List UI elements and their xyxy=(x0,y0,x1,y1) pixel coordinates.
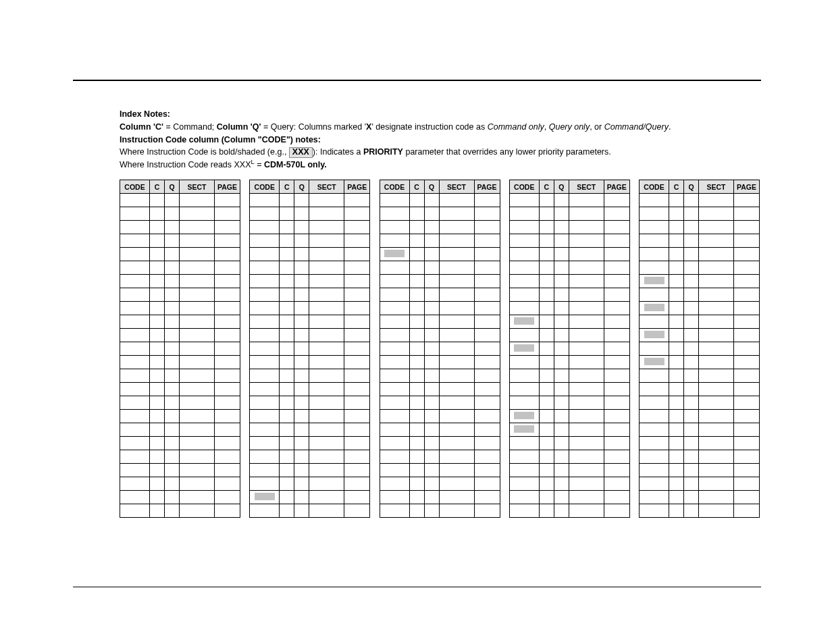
sect-cell xyxy=(439,329,474,342)
code-cell xyxy=(509,491,539,504)
code-cell xyxy=(120,423,150,437)
q-cell xyxy=(165,450,180,464)
page-cell xyxy=(215,207,240,221)
table-row xyxy=(120,329,240,342)
page-cell xyxy=(344,315,370,329)
table-row xyxy=(509,342,629,356)
q-cell xyxy=(165,383,180,396)
sect-cell xyxy=(699,369,734,383)
code-cell xyxy=(250,261,280,275)
table-row xyxy=(120,437,240,450)
sect-cell xyxy=(569,356,604,369)
code-cell xyxy=(120,383,150,396)
q-cell xyxy=(165,288,180,302)
table-row xyxy=(640,450,760,464)
table-row xyxy=(250,369,370,383)
page-cell xyxy=(215,410,240,423)
page-cell xyxy=(734,383,760,396)
sect-cell xyxy=(180,288,215,302)
page-cell xyxy=(734,464,760,477)
priority-code xyxy=(255,493,275,500)
c-cell xyxy=(539,450,554,464)
col-header: C xyxy=(539,180,554,194)
page-cell xyxy=(604,356,629,369)
page-cell xyxy=(215,288,240,302)
c-cell xyxy=(409,261,424,275)
page-cell xyxy=(604,207,629,221)
q-cell xyxy=(684,315,699,329)
table-row xyxy=(250,423,370,437)
sect-cell xyxy=(439,410,474,423)
q-cell xyxy=(424,221,439,234)
sect-cell xyxy=(439,234,474,248)
sect-cell xyxy=(309,221,344,234)
c-cell xyxy=(539,261,554,275)
page-cell xyxy=(344,221,370,234)
page-cell xyxy=(344,423,370,437)
page-cell xyxy=(474,329,500,342)
c-cell xyxy=(539,342,554,356)
col-header: C xyxy=(409,180,424,194)
sect-cell xyxy=(180,437,215,450)
index-table-1: CODECQSECTPAGE xyxy=(120,180,240,518)
page-cell xyxy=(215,383,240,396)
table-row xyxy=(120,383,240,396)
c-cell xyxy=(280,396,294,410)
sect-cell xyxy=(699,329,734,342)
page-cell xyxy=(215,275,240,288)
page-cell xyxy=(344,234,370,248)
code-cell xyxy=(380,261,409,275)
q-cell xyxy=(554,194,569,207)
table-row xyxy=(380,194,500,207)
c-cell xyxy=(280,383,294,396)
sect-cell xyxy=(569,369,604,383)
notes-heading: Index Notes: xyxy=(120,109,170,119)
q-cell xyxy=(294,315,309,329)
code-cell xyxy=(380,194,409,207)
q-cell xyxy=(684,248,699,261)
shaded-code-example: XXX xyxy=(289,147,313,158)
table-row xyxy=(120,275,240,288)
table-row xyxy=(120,504,240,518)
c-cell xyxy=(669,437,684,450)
code-cell xyxy=(640,342,669,356)
table-row xyxy=(380,356,500,369)
q-cell xyxy=(294,396,309,410)
sect-cell xyxy=(699,342,734,356)
q-cell xyxy=(554,248,569,261)
page-cell xyxy=(734,248,760,261)
q-cell xyxy=(165,261,180,275)
code-cell xyxy=(120,329,150,342)
page-cell xyxy=(604,342,629,356)
sect-cell xyxy=(569,504,604,518)
c-cell xyxy=(539,410,554,423)
sect-cell xyxy=(569,221,604,234)
sect-cell xyxy=(180,315,215,329)
sect-cell xyxy=(699,234,734,248)
c-cell xyxy=(669,221,684,234)
col-header: CODE xyxy=(509,180,539,194)
code-cell xyxy=(640,329,669,342)
c-cell xyxy=(409,450,424,464)
table-row xyxy=(380,234,500,248)
c-cell xyxy=(280,342,294,356)
table-row xyxy=(509,423,629,437)
sect-cell xyxy=(309,302,344,315)
code-cell xyxy=(380,288,409,302)
page-cell xyxy=(734,477,760,491)
table-row xyxy=(509,450,629,464)
c-cell xyxy=(150,491,165,504)
code-cell xyxy=(250,275,280,288)
q-cell xyxy=(294,329,309,342)
q-cell xyxy=(554,477,569,491)
sect-cell xyxy=(180,248,215,261)
sect-cell xyxy=(309,234,344,248)
q-cell xyxy=(684,207,699,221)
c-cell xyxy=(539,504,554,518)
table-row xyxy=(380,302,500,315)
page-cell xyxy=(474,423,500,437)
code-cell xyxy=(120,450,150,464)
page-cell xyxy=(344,261,370,275)
q-cell xyxy=(294,234,309,248)
code-cell xyxy=(120,464,150,477)
